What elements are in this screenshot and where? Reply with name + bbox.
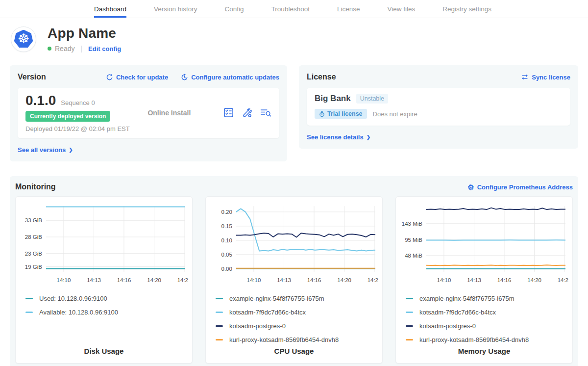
license-card: License Sync license Big Bank Unstable (299, 65, 578, 149)
legend-item: kotsadm-7f9dc7d66c-b4tcx (216, 305, 378, 319)
svg-text:14:20: 14:20 (527, 277, 541, 283)
configure-prometheus-button[interactable]: ⚙ Configure Prometheus Address (467, 183, 573, 191)
svg-text:19 GiB: 19 GiB (25, 264, 42, 270)
app-header: ☸ App Name Ready | Edit config (0, 18, 588, 63)
status-text: Ready (55, 45, 74, 52)
tab-version-history[interactable]: Version history (154, 0, 197, 18)
chart-title-cpu: CPU Usage (210, 347, 378, 356)
edit-config-link[interactable]: Edit config (88, 45, 121, 52)
kubernetes-wheel-glyph: ☸ (18, 32, 29, 46)
svg-text:14:20: 14:20 (147, 277, 161, 283)
svg-text:23 GiB: 23 GiB (25, 251, 42, 257)
deployed-timestamp: Deployed 01/19/22 @ 02:04 pm EST (25, 125, 130, 132)
legend-label: kotsadm-7f9dc7d66c-b4tcx (419, 309, 496, 316)
chevron-right-icon: ❯ (367, 134, 370, 140)
memory-usage-chart: 14:1014:1314:1614:2014:23143 MiB95 MiB48… (400, 201, 568, 286)
legend-item: kotsadm-postgres-0 (216, 319, 378, 333)
configure-automatic-updates-button[interactable]: Configure automatic updates (181, 74, 279, 81)
legend-label: kotsadm-postgres-0 (229, 322, 286, 330)
disk-usage-legend: Used: 10.128.0.96:9100Available: 10.128.… (20, 291, 188, 319)
legend-label: Used: 10.128.0.96:9100 (39, 295, 107, 302)
check-for-update-button[interactable]: Check for update (106, 74, 168, 81)
currently-deployed-badge: Currently deployed version (25, 111, 110, 122)
refresh-icon (106, 74, 113, 81)
tab-license[interactable]: License (337, 0, 360, 18)
svg-text:0.10: 0.10 (221, 237, 232, 243)
status-dot (48, 47, 51, 51)
legend-label: kurl-proxy-kotsadm-8569fb6454-dnvh8 (229, 336, 339, 343)
svg-text:14:16: 14:16 (307, 277, 321, 283)
legend-swatch (406, 325, 413, 327)
cpu-usage-chart: 14:1014:1314:1614:2014:230.200.150.100.0… (210, 201, 378, 286)
top-tab-bar: Dashboard Version history Config Trouble… (0, 0, 588, 18)
legend-item: example-nginx-54f8f76755-l675m (406, 291, 568, 305)
legend-item: kotsadm-postgres-0 (406, 319, 568, 333)
legend-label: kurl-proxy-kotsadm-8569fb6454-dnvh8 (419, 336, 529, 343)
tab-view-files[interactable]: View files (387, 0, 415, 18)
svg-text:14:13: 14:13 (467, 277, 481, 283)
svg-text:48 MiB: 48 MiB (405, 253, 422, 259)
legend-swatch (216, 312, 223, 313)
configure-prometheus-label: Configure Prometheus Address (477, 183, 573, 191)
sync-license-button[interactable]: Sync license (521, 74, 570, 81)
svg-text:14:23: 14:23 (177, 277, 188, 283)
legend-swatch (406, 298, 413, 299)
tab-config[interactable]: Config (225, 0, 244, 18)
version-number: 0.1.0 (25, 93, 56, 108)
legend-label: example-nginx-54f8f76755-l675m (419, 295, 514, 302)
version-sequence: Sequence 0 (61, 99, 95, 106)
svg-text:28 GiB: 28 GiB (25, 234, 42, 240)
svg-text:14:13: 14:13 (87, 277, 101, 283)
legend-swatch (216, 298, 223, 299)
legend-swatch (406, 312, 413, 313)
memory-usage-legend: example-nginx-54f8f76755-l675mkotsadm-7f… (400, 291, 568, 346)
svg-text:14:10: 14:10 (437, 277, 451, 283)
license-expiry: Does not expire (373, 110, 417, 118)
svg-text:0.20: 0.20 (221, 209, 232, 215)
legend-label: kotsadm-7f9dc7d66c-b4tcx (229, 309, 306, 316)
sync-icon (521, 74, 529, 80)
tab-registry-settings[interactable]: Registry settings (442, 0, 491, 18)
legend-swatch (25, 298, 33, 299)
svg-text:14:23: 14:23 (558, 277, 568, 283)
channel-badge: Unstable (356, 94, 388, 104)
memory-usage-panel: 14:1014:1314:1614:2014:23143 MiB95 MiB48… (395, 196, 573, 364)
svg-text:0.15: 0.15 (221, 223, 232, 229)
svg-text:14:10: 14:10 (247, 277, 261, 283)
lines-magnifier-icon (260, 108, 271, 118)
configure-automatic-updates-label: Configure automatic updates (191, 74, 279, 81)
monitoring-title: Monitoring (15, 183, 56, 191)
see-license-details-link[interactable]: See license details ❯ (307, 133, 370, 141)
legend-item: kurl-proxy-kotsadm-8569fb6454-dnvh8 (406, 333, 568, 346)
cpu-usage-panel: 14:1014:1314:1614:2014:230.200.150.100.0… (205, 196, 383, 364)
chevron-right-icon: ❯ (69, 147, 73, 153)
trial-license-label: Trial license (327, 110, 363, 117)
svg-text:14:10: 14:10 (57, 277, 71, 283)
legend-label: kotsadm-postgres-0 (419, 322, 476, 330)
legend-label: example-nginx-54f8f76755-l675m (229, 295, 324, 302)
check-for-update-label: Check for update (116, 74, 168, 81)
legend-swatch (406, 339, 413, 340)
license-card-title: License (307, 73, 336, 81)
svg-text:14:16: 14:16 (117, 277, 131, 283)
cpu-usage-legend: example-nginx-54f8f76755-l675mkotsadm-7f… (210, 291, 378, 346)
version-card: Version Check for update Configure au (10, 65, 287, 161)
svg-text:95 MiB: 95 MiB (405, 237, 422, 243)
legend-item: kotsadm-7f9dc7d66c-b4tcx (406, 305, 568, 319)
preflight-checks-button[interactable] (223, 107, 234, 118)
svg-text:33 GiB: 33 GiB (25, 217, 42, 223)
gear-icon: ⚙ (467, 183, 474, 191)
see-all-versions-link[interactable]: See all versions ❯ (18, 146, 73, 154)
legend-label: Available: 10.128.0.96:9100 (39, 309, 118, 316)
stopwatch-icon (319, 111, 325, 117)
legend-item: Used: 10.128.0.96:9100 (25, 291, 188, 305)
svg-text:0.05: 0.05 (221, 252, 232, 258)
install-type-label: Online Install (147, 109, 191, 117)
tab-troubleshoot[interactable]: Troubleshoot (271, 0, 310, 18)
view-diff-button[interactable] (260, 108, 271, 118)
trial-license-badge: Trial license (315, 109, 367, 119)
license-customer-name: Big Bank (315, 94, 351, 104)
edit-config-icon-button[interactable] (242, 107, 252, 118)
tab-dashboard[interactable]: Dashboard (94, 0, 126, 18)
divider: | (80, 45, 82, 52)
